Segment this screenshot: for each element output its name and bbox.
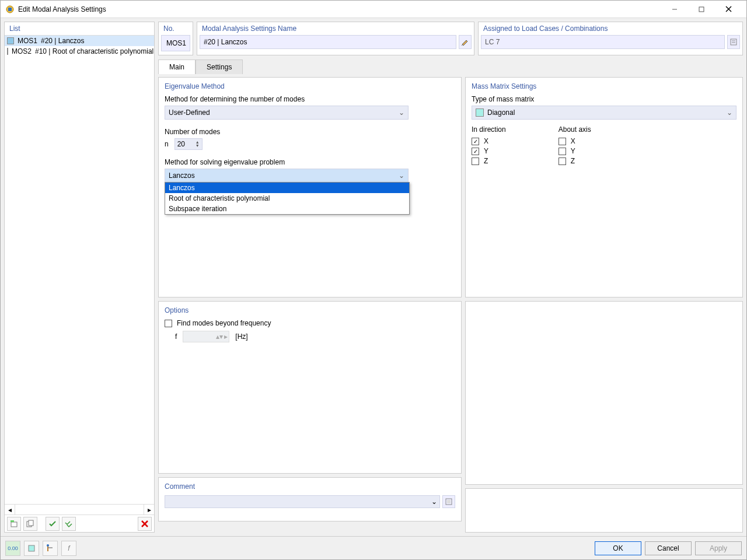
solve-option[interactable]: Subspace iteration xyxy=(165,204,409,214)
mass-type-label: Type of mass matrix xyxy=(472,95,736,103)
find-modes-checkbox[interactable] xyxy=(165,320,172,327)
num-modes-symbol: n xyxy=(165,140,169,148)
f-symbol: f xyxy=(175,332,177,341)
main-area: List MOS1 #20 | Lanczos MOS2 #10 | Root … xyxy=(1,18,746,536)
new-button[interactable] xyxy=(7,517,21,531)
app-icon xyxy=(5,5,15,14)
check-button[interactable] xyxy=(46,517,60,531)
assigned-input[interactable]: LC 7 xyxy=(481,35,725,49)
mass-type-select[interactable]: Diagonal ⌄ xyxy=(472,106,736,120)
spinner-icon[interactable]: ▲▼ xyxy=(196,141,200,148)
dir-x-checkbox[interactable]: ✓ xyxy=(472,138,479,145)
axis-z-checkbox[interactable] xyxy=(558,158,566,165)
scroll-right-button[interactable]: ▸ xyxy=(144,505,154,514)
find-modes-label: Find modes beyond frequency xyxy=(177,319,271,327)
scroll-left-button[interactable]: ◂ xyxy=(5,505,15,514)
axis-label: Y xyxy=(484,147,488,155)
list-toolbar xyxy=(5,514,154,532)
left-column: Eigenvalue Method Method for determining… xyxy=(158,77,462,533)
copy-button[interactable] xyxy=(23,517,37,531)
horizontal-scrollbar[interactable]: ◂ ▸ xyxy=(5,504,154,514)
solve-option[interactable]: Lanczos xyxy=(165,183,409,193)
titlebar: Edit Modal Analysis Settings xyxy=(1,1,746,18)
num-modes-input[interactable]: 20 ▲▼ xyxy=(174,138,203,150)
chevron-down-icon: ⌄ xyxy=(431,498,437,506)
comment-header: Comment xyxy=(165,482,455,491)
list-item[interactable]: MOS2 #10 | Root of characteristic polyno… xyxy=(5,46,154,57)
eigen-header: Eigenvalue Method xyxy=(165,82,455,90)
axis-label: Z xyxy=(484,157,488,165)
step-icon: ▸ xyxy=(224,332,228,341)
name-input[interactable]: #20 | Lanczos xyxy=(200,35,456,49)
list-panel: List MOS1 #20 | Lanczos MOS2 #10 | Root … xyxy=(4,22,155,533)
minimize-button[interactable] xyxy=(661,1,688,18)
scroll-track[interactable] xyxy=(15,505,144,514)
assigned-list-button[interactable] xyxy=(727,35,740,49)
rename-button[interactable] xyxy=(459,35,472,49)
dir-z-checkbox[interactable] xyxy=(472,158,479,165)
dialog-window: Edit Modal Analysis Settings List MOS1 #… xyxy=(0,0,747,560)
function-button[interactable]: f xyxy=(61,541,76,556)
check-all-button[interactable] xyxy=(62,517,76,531)
svg-rect-17 xyxy=(447,500,451,503)
model-button[interactable] xyxy=(43,541,58,556)
no-panel: No. MOS1 xyxy=(158,22,193,55)
solve-select[interactable]: Lanczos ⌄ Lanczos Root of characteristic… xyxy=(165,169,409,183)
spinner-icon: ▴▾ xyxy=(216,332,223,341)
svg-rect-18 xyxy=(29,545,34,551)
axis-y-checkbox[interactable] xyxy=(558,148,566,155)
units-button[interactable]: 0.00 xyxy=(5,541,20,556)
assigned-panel: Assigned to Load Cases / Combinations LC… xyxy=(478,22,743,55)
solve-value: Lanczos xyxy=(169,172,195,180)
close-button[interactable] xyxy=(715,1,742,18)
options-header: Options xyxy=(165,306,455,314)
tab-content: Eigenvalue Method Method for determining… xyxy=(158,77,743,533)
tabs: Main Settings xyxy=(158,59,743,74)
dir-y-checkbox[interactable]: ✓ xyxy=(472,148,479,155)
comment-library-button[interactable] xyxy=(442,495,455,508)
solve-option[interactable]: Root of characteristic polynomial xyxy=(165,193,409,204)
direction-group: In direction ✓X ✓Y Z xyxy=(472,125,506,167)
window-title: Edit Modal Analysis Settings xyxy=(18,5,661,13)
direction-label: In direction xyxy=(472,125,506,134)
assigned-header: Assigned to Load Cases / Combinations xyxy=(479,22,742,35)
frequency-input: ▴▾ ▸ xyxy=(183,331,229,342)
apply-button[interactable]: Apply xyxy=(695,541,742,555)
color-button[interactable] xyxy=(24,541,39,556)
axis-label: Z xyxy=(571,157,575,165)
list-item[interactable]: MOS1 #20 | Lanczos xyxy=(5,36,154,46)
color-swatch xyxy=(476,108,484,117)
comment-input[interactable]: ⌄ xyxy=(165,495,440,508)
method-modes-select[interactable]: User-Defined ⌄ xyxy=(165,106,409,120)
chevron-down-icon: ⌄ xyxy=(727,108,732,117)
axis-label: X xyxy=(571,137,575,145)
svg-line-12 xyxy=(462,45,462,46)
ok-button[interactable]: OK xyxy=(595,541,641,555)
content-area: No. MOS1 Modal Analysis Settings Name #2… xyxy=(158,22,743,533)
svg-rect-7 xyxy=(11,520,14,522)
list-item-id: MOS1 xyxy=(18,37,37,45)
name-panel: Modal Analysis Settings Name #20 | Lancz… xyxy=(197,22,474,55)
empty-comment-box xyxy=(465,488,743,533)
mass-box: Mass Matrix Settings Type of mass matrix… xyxy=(465,77,743,298)
options-box: Options Find modes beyond frequency f ▴▾… xyxy=(158,301,462,474)
footer: 0.00 f OK Cancel Apply xyxy=(1,536,746,559)
right-column: Mass Matrix Settings Type of mass matrix… xyxy=(465,77,743,533)
maximize-button[interactable] xyxy=(688,1,715,18)
mass-header: Mass Matrix Settings xyxy=(472,82,736,90)
axis-label-header: About axis xyxy=(558,125,591,134)
num-modes-value: 20 xyxy=(177,140,185,148)
f-unit: [Hz] xyxy=(235,332,247,341)
axis-label: X xyxy=(484,137,488,145)
header-row: No. MOS1 Modal Analysis Settings Name #2… xyxy=(158,22,743,55)
no-header: No. xyxy=(159,22,193,35)
solve-dropdown: Lanczos Root of characteristic polynomia… xyxy=(165,182,410,215)
empty-box xyxy=(465,301,743,485)
axis-group: About axis X Y Z xyxy=(558,125,591,167)
svg-rect-9 xyxy=(29,520,33,526)
tab-main[interactable]: Main xyxy=(158,60,196,74)
axis-x-checkbox[interactable] xyxy=(558,138,566,145)
delete-button[interactable] xyxy=(138,517,152,531)
cancel-button[interactable]: Cancel xyxy=(645,541,692,555)
tab-settings[interactable]: Settings xyxy=(196,60,243,74)
